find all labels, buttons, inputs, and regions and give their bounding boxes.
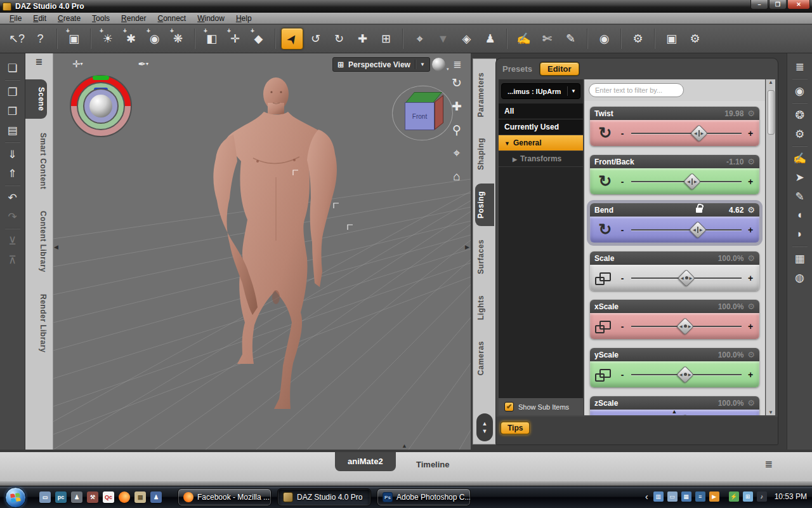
group-item-all[interactable]: All [499,104,583,119]
slider-handle[interactable]: ◀▶ [678,367,693,382]
view-cube-front-face[interactable]: Front [405,102,435,130]
dock-options-icon[interactable]: ≣ [764,458,773,470]
pane-tab-surfaces[interactable]: Surfaces [475,232,494,282]
view-orbit-control[interactable] [70,75,132,137]
parameter-editor-icon[interactable]: ✎ [790,187,809,206]
slider-gear-icon[interactable]: ⚙ [747,206,755,214]
geometry-editor-icon[interactable]: ✎ [560,28,582,50]
save-file-icon[interactable]: ▤ [3,121,22,140]
slider-header[interactable]: Twist19.98⚙ [590,107,759,120]
facebook-window-button[interactable]: Facebook - Mozilla ... [178,488,272,506]
utility-tool-icon[interactable]: ⚒ [87,491,98,503]
tray-storage-icon[interactable]: ≡ [695,491,705,502]
show-desktop-icon[interactable]: ▭ [39,491,51,503]
slider-handle[interactable]: ◀▶ [679,271,694,286]
merge-file-icon[interactable]: ❒ [3,102,22,121]
surface-selection-icon[interactable]: ◈ [455,28,478,50]
pane-tab-parameters[interactable]: Parameters [475,65,494,124]
tab-scroll-buttons[interactable]: ▲ ▼ [476,413,493,441]
new-spotlight-icon[interactable]: +❋ [167,28,189,50]
menu-create[interactable]: Create [52,13,86,23]
pane-collapse-bottom-icon[interactable]: ▲ [402,443,407,449]
tray-media-player-icon[interactable]: ▶ [709,491,719,502]
slider-increment[interactable]: + [747,177,754,187]
scrollbar-thumb[interactable] [768,90,775,135]
pane-tab-cameras[interactable]: Cameras [475,333,494,383]
home-view-icon[interactable]: ⌂ [449,169,465,184]
sidebar-tab-render-library[interactable]: Render Library [30,286,49,360]
environment-icon[interactable]: ◍ [790,268,809,287]
figure-setup-icon[interactable]: ✍ [790,149,809,168]
help-icon[interactable]: ? [29,28,51,50]
new-point-light-icon[interactable]: +✱ [120,28,142,50]
sidebar-tab-smart-content[interactable]: Smart Content [30,125,49,197]
slider-track[interactable]: ◀▶ [630,415,743,416]
group-item-currently-used[interactable]: Currently Used [499,119,583,135]
flexion-p-icon[interactable]: ◗ [790,225,809,244]
pane-collapse-left-icon[interactable]: ◀ [54,244,58,250]
translate-tool-icon[interactable]: ✚ [351,28,374,50]
viewport-3d[interactable]: ✛▾✒▾ ⊞ Perspective View ▼ ▾ ≣ ↻✚⚲⌖⌂ Fron… [53,53,471,450]
slider-increment[interactable]: + [747,370,754,380]
menu-file[interactable]: File [4,13,27,23]
pane-collapse-right-icon[interactable]: ▶ [465,244,469,250]
orbit-sphere[interactable] [89,95,112,117]
open-file-icon[interactable]: ❐ [3,83,22,102]
tray-remote-desktop-icon[interactable]: ▥ [653,491,664,502]
flexion-icon[interactable]: ◖ [790,206,809,225]
slider-track[interactable]: ◀▶ [630,366,743,383]
menu-render[interactable]: Render [115,13,152,23]
slider-gear-icon[interactable]: ⚙ [747,254,755,262]
hidden-icons-chevron[interactable]: ‹ [645,491,648,502]
quicktime-icon[interactable]: Qc [103,491,114,503]
tray-display-icon[interactable]: ▭ [667,491,678,502]
tool-settings-icon[interactable]: ⚙ [627,28,649,50]
figure-selection-icon[interactable]: ♟ [479,28,501,50]
menu-window[interactable]: Window [192,13,230,23]
active-pose-tool-icon[interactable]: ✍ [513,28,535,50]
slider-track[interactable]: ◀▶ [630,125,743,142]
slider-track[interactable]: ◀▶ [630,222,743,238]
pane-tab-shaping[interactable]: Shaping [475,130,494,178]
slider-handle[interactable]: ◀▶ [678,319,693,334]
scroll-up-icon[interactable]: ▲ [768,79,773,85]
pane-tab-posing[interactable]: Posing [475,184,494,226]
new-file-icon[interactable]: ❏ [3,58,22,77]
viewport-options-icon[interactable]: ≣ [453,58,461,70]
spot-render-tool-icon[interactable]: ◉ [593,28,615,50]
sidebar-tab-scene[interactable]: Scene [25,79,47,119]
tips-button[interactable]: Tips [501,422,530,434]
restore-button[interactable]: ❐ [769,0,787,10]
menu-help[interactable]: Help [230,13,258,23]
slider-increment[interactable]: + [747,273,754,283]
menu-edit[interactable]: Edit [27,13,52,23]
firefox-quick-icon[interactable] [119,491,130,503]
slider-header[interactable]: Scale100.0%⚙ [590,251,759,265]
slider-header[interactable]: zScale100.0%⚙ [590,396,759,410]
render-icon[interactable]: ▣ [660,28,683,50]
slider-header[interactable]: Bend4.62⚙ [590,203,759,217]
slider-decrement[interactable]: - [619,370,625,380]
view-selector-dropdown[interactable]: ⊞ Perspective View ▼ [332,57,430,72]
render-settings-icon[interactable]: ⚙ [790,124,809,144]
view-cube[interactable]: Front [392,84,453,142]
slider-track[interactable]: ◀▶ [630,318,743,335]
more-content-icon[interactable]: ▲ [672,408,678,415]
show-sub-items-checkbox[interactable]: ✔ [504,402,514,411]
hair-brush-icon[interactable]: ✄ [536,28,558,50]
pc-launcher-icon[interactable]: pc [55,491,67,503]
slider-handle[interactable]: ◀▶ [678,415,693,416]
document-app-icon[interactable]: ▤ [134,491,146,503]
import-icon[interactable]: ⇓ [3,145,22,164]
unlock-icon[interactable] [696,208,702,213]
whats-this-icon[interactable]: ↖? [6,28,28,50]
slider-header[interactable]: Front/Back-1.10⚙ [590,155,759,168]
new-distant-light-icon[interactable]: +☀ [96,28,119,50]
group-item-transforms[interactable]: ▶Transforms [499,151,583,167]
pane-tab-lights[interactable]: Lights [475,288,494,328]
new-linear-point-light-icon[interactable]: +◉ [143,28,166,50]
slider-decrement[interactable]: - [619,225,625,235]
slider-decrement[interactable]: - [619,128,625,138]
joint-editor-icon[interactable]: ⌖ [409,28,431,50]
slider-gear-icon[interactable]: ⚙ [747,109,755,117]
